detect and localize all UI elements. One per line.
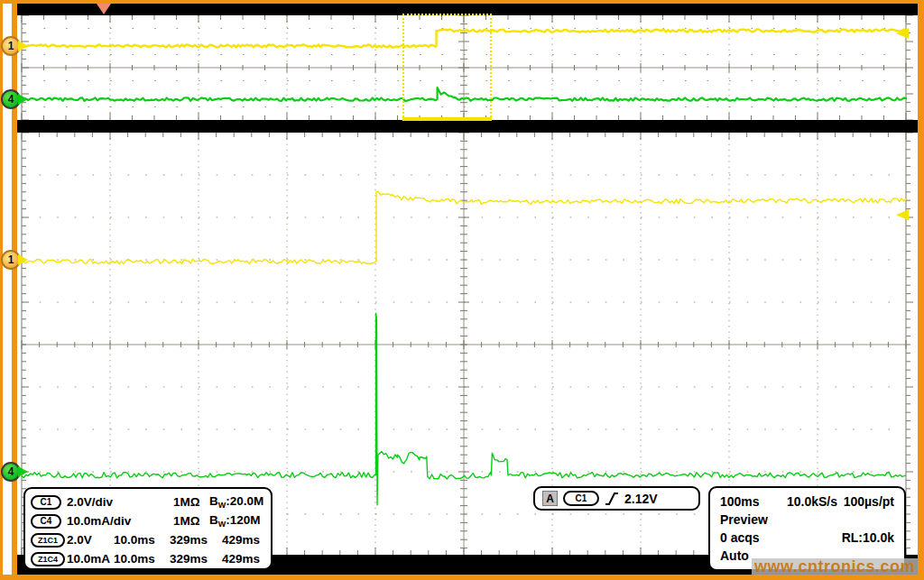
acq-status-row: Preview xyxy=(720,511,894,529)
record-length: RL:10.0k xyxy=(842,530,894,545)
channel-4-ground-arrow-icon xyxy=(18,94,28,105)
point-resolution: 100µs/pt xyxy=(844,494,894,509)
z1c1-time1: 10.0ms xyxy=(114,533,170,547)
acq-status: Preview xyxy=(720,512,768,527)
c1-readout-row: C1 2.0V/div 1MΩ BW:20.0M xyxy=(31,493,265,511)
watermark: www.cntronics.com xyxy=(752,558,918,575)
z1c4-channel-badge[interactable]: Z1C4 xyxy=(31,552,65,566)
trigger-mode: Auto xyxy=(720,548,749,563)
timebase: 100ms xyxy=(720,494,787,509)
trigger-position-icon[interactable] xyxy=(97,4,111,14)
c4-channel-badge[interactable]: C4 xyxy=(31,514,61,529)
z1c1-time3: 429ms xyxy=(222,533,265,547)
z1c1-scale: 2.0V xyxy=(67,533,114,547)
z1c1-channel-badge[interactable]: Z1C1 xyxy=(31,533,65,548)
trigger-readout-panel[interactable]: A C1 2.12V xyxy=(533,486,700,511)
zoom-window-box[interactable] xyxy=(402,14,492,121)
z1c4-time2: 329ms xyxy=(170,552,222,566)
z1c1-time2: 329ms xyxy=(170,533,222,547)
horizontal-readout-row: 100ms 10.0kS/s 100µs/pt xyxy=(720,493,894,511)
screen-frame-left xyxy=(0,0,3,580)
trigger-level: 2.12V xyxy=(624,492,658,506)
c4-impedance: 1MΩ xyxy=(173,514,209,528)
rising-edge-icon xyxy=(605,491,619,507)
z1c4-scale: 10.0mA xyxy=(67,552,114,566)
c4-scale: 10.0mA/div xyxy=(67,514,173,528)
channel-4-ground-arrow-icon xyxy=(18,466,28,477)
c4-readout-row: C4 10.0mA/div 1MΩ BW:120M xyxy=(31,511,265,530)
trigger-channel-badge: C1 xyxy=(563,491,599,506)
screen-frame-right xyxy=(918,0,924,580)
z1c4-time1: 10.0ms xyxy=(114,552,170,566)
channel-1-ground-arrow-icon xyxy=(18,254,28,265)
c4-bandwidth: BW:120M xyxy=(209,513,265,529)
c1-channel-badge[interactable]: C1 xyxy=(31,495,61,510)
channel-readout-panel[interactable]: C1 2.0V/div 1MΩ BW:20.0M C4 10.0mA/div 1… xyxy=(23,487,273,570)
oscilloscope-screen: C1 2.0V/div 1MΩ BW:20.0M C4 10.0mA/div 1… xyxy=(0,0,924,580)
c1-impedance: 1MΩ xyxy=(173,495,209,509)
c1-scale: 2.0V/div xyxy=(67,495,173,509)
acq-count-row: 0 acqs RL:10.0k xyxy=(720,529,894,547)
acq-count: 0 acqs xyxy=(720,530,760,545)
z1c4-readout-row: Z1C4 10.0mA 10.0ms 329ms 429ms xyxy=(31,549,265,568)
sample-rate: 10.0kS/s xyxy=(787,494,837,509)
z1c1-readout-row: Z1C1 2.0V 10.0ms 329ms 429ms xyxy=(31,530,265,549)
c1-bandwidth: BW:20.0M xyxy=(209,494,265,510)
plot-divider-bar xyxy=(17,120,918,133)
trigger-source-badge: A xyxy=(542,491,558,506)
z1c1-right-edge-arrow-icon xyxy=(896,209,909,220)
channel-1-ground-arrow-icon xyxy=(18,41,28,51)
z1c4-time3: 429ms xyxy=(222,552,265,566)
